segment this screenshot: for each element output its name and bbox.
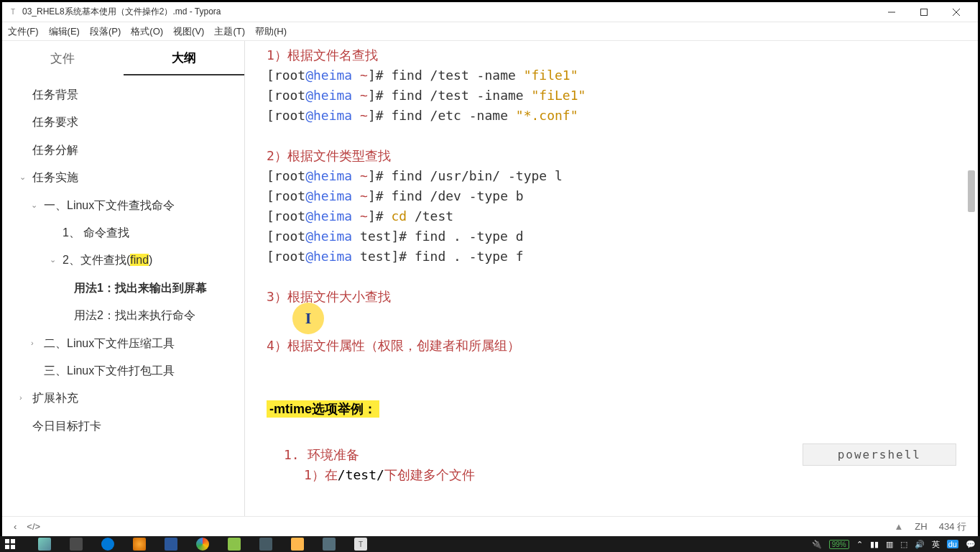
outline-item[interactable]: ⌄任务实施 [2, 164, 244, 191]
outline-item[interactable]: ⌄2、文件查找(find) [2, 247, 244, 274]
tray-icon[interactable]: ▮▮ [870, 540, 879, 549]
text-cursor-icon: I [305, 308, 312, 328]
code-lang-badge[interactable]: powershell [803, 443, 956, 466]
chevron-down-icon: ⌄ [19, 172, 26, 183]
status-lines: 434 行 [939, 520, 966, 533]
svg-rect-7 [11, 545, 15, 549]
nav-back-icon[interactable]: ‹ [14, 521, 17, 532]
status-lang: ZH [915, 521, 927, 532]
tray-icon[interactable]: du [947, 540, 958, 548]
svg-rect-4 [5, 539, 9, 543]
tray-icon[interactable]: ▥ [886, 540, 893, 549]
chevron-down-icon: ⌄ [31, 200, 37, 211]
statusbar: ‹ </> ▲ ZH 434 行 [2, 516, 978, 536]
taskbar-app[interactable] [315, 538, 343, 551]
menu-edit[interactable]: 编辑(E) [49, 25, 80, 38]
code-toggle-icon[interactable]: </> [27, 521, 40, 532]
taskbar-app[interactable] [93, 538, 122, 551]
start-button[interactable] [4, 538, 16, 550]
taskbar-app[interactable] [283, 538, 312, 551]
tray-notifications-icon[interactable]: 💬 [966, 540, 976, 549]
warning-icon[interactable]: ▲ [894, 521, 903, 532]
menu-theme[interactable]: 主题(T) [214, 25, 245, 38]
chevron-right-icon: › [19, 392, 22, 403]
outline-item-active[interactable]: 用法1：找出来输出到屏幕 [2, 275, 244, 302]
taskbar-app[interactable] [157, 538, 185, 551]
maximize-button[interactable] [907, 2, 940, 22]
taskbar-app[interactable]: T [346, 538, 375, 551]
chevron-right-icon: › [31, 338, 34, 349]
battery-status[interactable]: 99% [829, 540, 849, 549]
outline-item[interactable]: 任务分解 [2, 137, 244, 164]
tab-outline[interactable]: 大纲 [124, 41, 245, 75]
tray-volume-icon[interactable]: 🔊 [915, 540, 925, 549]
code-block: 1）根据文件名查找 [root@heima ~]# find /test -na… [267, 41, 956, 393]
taskbar: T 🔌 99% ⌃ ▮▮ ▥ ⬚ 🔊 英 du 💬 [0, 536, 980, 552]
menu-paragraph[interactable]: 段落(P) [90, 25, 121, 38]
menu-help[interactable]: 帮助(H) [255, 25, 287, 38]
menubar: 文件(F) 编辑(E) 段落(P) 格式(O) 视图(V) 主题(T) 帮助(H… [2, 22, 978, 41]
outline-item[interactable]: 三、Linux下文件打包工具 [2, 357, 244, 385]
outline-item[interactable]: ⌄一、Linux下文件查找命令 [2, 192, 244, 219]
taskbar-app[interactable] [125, 538, 154, 551]
close-button[interactable] [940, 2, 972, 22]
minimize-button[interactable] [875, 2, 907, 22]
taskbar-app[interactable] [220, 538, 249, 551]
outline-item[interactable]: 今日目标打卡 [2, 413, 244, 440]
outline-item[interactable]: ›二、Linux下文件压缩工具 [2, 330, 244, 357]
outline-item[interactable]: 用法2：找出来执行命令 [2, 302, 244, 329]
taskbar-app[interactable] [30, 538, 59, 551]
tray-icon[interactable]: ⬚ [900, 540, 907, 549]
menu-file[interactable]: 文件(F) [8, 25, 39, 38]
svg-rect-6 [5, 545, 9, 549]
outline-item[interactable]: ›扩展补充 [2, 385, 244, 412]
tray-ime[interactable]: 英 [932, 539, 940, 550]
editor-content[interactable]: 1）根据文件名查找 [root@heima ~]# find /test -na… [245, 41, 978, 516]
section-heading: -mtime选项举例： [267, 400, 379, 418]
svg-rect-5 [11, 539, 15, 543]
taskbar-app[interactable] [188, 538, 217, 551]
chevron-down-icon: ⌄ [50, 254, 56, 265]
taskbar-app[interactable] [62, 538, 91, 551]
outline-tree: 任务背景 任务要求 任务分解 ⌄任务实施 ⌄一、Linux下文件查找命令 1、 … [2, 75, 244, 516]
outline-item[interactable]: 任务背景 [2, 81, 244, 109]
tab-file[interactable]: 文件 [2, 41, 124, 75]
scrollbar-thumb[interactable] [968, 170, 975, 212]
cursor-highlight: I [292, 303, 324, 334]
sidebar: 文件 大纲 任务背景 任务要求 任务分解 ⌄任务实施 ⌄一、Linux下文件查找… [2, 41, 245, 516]
titlebar: T 03_RHEL8系统基本使用（文件操作2）.md - Typora [2, 2, 978, 22]
menu-format[interactable]: 格式(O) [131, 25, 163, 38]
outline-item[interactable]: 1、 命令查找 [2, 219, 244, 247]
menu-view[interactable]: 视图(V) [173, 25, 204, 38]
taskbar-app[interactable] [251, 538, 280, 551]
svg-rect-1 [920, 9, 927, 15]
outline-item[interactable]: 任务要求 [2, 109, 244, 136]
window-controls [875, 2, 972, 22]
window-title: 03_RHEL8系统基本使用（文件操作2）.md - Typora [22, 6, 875, 18]
tray-chevron-icon[interactable]: ⌃ [856, 540, 863, 549]
power-icon[interactable]: 🔌 [812, 540, 822, 549]
app-icon: T [8, 7, 18, 17]
